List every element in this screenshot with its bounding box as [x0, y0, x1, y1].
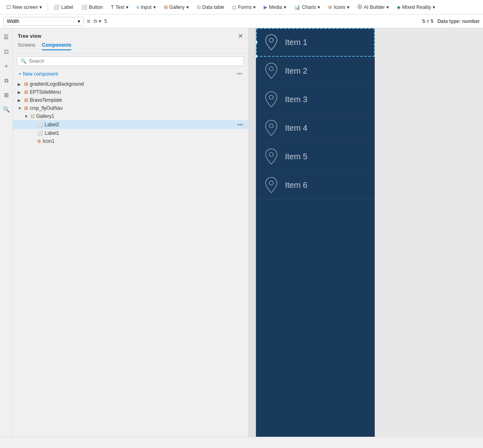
search-input[interactable] [29, 58, 240, 64]
gallery-button[interactable]: ⊞ Gallery ▾ [161, 3, 192, 12]
chevron-down-icon-ai: ▾ [386, 4, 389, 10]
expand-icon: ▶ [18, 90, 24, 95]
item-label: gradientLogoBackground [30, 81, 243, 87]
formula-input[interactable] [104, 18, 413, 24]
icons-button[interactable]: ⊛ Icons ▾ [325, 3, 353, 12]
property-label: Width [7, 18, 19, 24]
tree-item-ept[interactable]: ▶ ⊞ EPTSideMenu [13, 88, 248, 96]
gallery-item-5[interactable]: Item 5 [256, 142, 375, 171]
location-pin-3 [264, 91, 279, 108]
selection-handle-bottom-left[interactable] [254, 55, 258, 58]
more-options-icon[interactable]: ••• [237, 71, 242, 77]
text-button[interactable]: T Text ▾ [107, 3, 131, 12]
chevron-down-icon-input: ▾ [153, 4, 156, 10]
item-label: cmp_flyOutNav [30, 105, 243, 111]
input-button[interactable]: ≡ Input ▾ [133, 3, 159, 12]
svg-point-4 [269, 152, 273, 156]
more-options-button[interactable]: ••• [237, 121, 243, 128]
data-table-button[interactable]: ⊟ Data table [194, 3, 228, 12]
location-pin-4 [264, 119, 279, 136]
item-2-label: Item 2 [285, 66, 308, 76]
component-icon: ⊞ [24, 81, 28, 87]
formula-bar: Width ▾ = fx ▾ 5 = 5 Data type: number [0, 14, 483, 28]
item-3-label: Item 3 [285, 95, 308, 104]
tree-item-label2[interactable]: ⬜ Label2 ••• [13, 120, 248, 129]
canvas-ruler-left [248, 28, 256, 437]
charts-button[interactable]: 📊 Charts ▾ [291, 3, 323, 12]
gallery-item-2[interactable]: Item 2 [256, 57, 375, 85]
item-4-label: Item 4 [285, 123, 308, 133]
sidebar-icon-layers[interactable]: ⧉ [1, 75, 12, 86]
icon-icon: ⊛ [37, 138, 41, 144]
item-6-label: Item 6 [285, 181, 308, 190]
item-label: Label2 [45, 122, 237, 127]
charts-icon: 📊 [294, 4, 300, 10]
gallery-icon: ⊞ [164, 4, 168, 10]
tab-screens[interactable]: Screens [18, 42, 35, 50]
sidebar-icon-search[interactable]: 🔍 [1, 104, 12, 115]
plus-icon: + [19, 71, 21, 77]
ai-builder-button[interactable]: ⓑ AI Builder ▾ [354, 2, 392, 12]
gallery-item-6[interactable]: Item 6 [256, 171, 375, 199]
media-icon: ▶ [264, 4, 267, 10]
location-pin-6 [264, 177, 279, 193]
property-selector[interactable]: Width ▾ [3, 17, 84, 26]
tree-item-bravo[interactable]: ▶ ⊞ BravoTemplate [13, 96, 248, 104]
label-button[interactable]: ⬜ Label [50, 3, 76, 12]
status-bar [0, 437, 483, 448]
label-icon: ⬜ [37, 130, 43, 136]
chevron-down-icon: ▾ [39, 4, 42, 10]
icons-icon: ⊛ [328, 4, 332, 10]
location-pin-2 [264, 62, 279, 79]
canvas-area[interactable]: Item 1 Item 2 [248, 28, 483, 437]
chevron-down-icon-property: ▾ [78, 18, 80, 24]
tree-item-label1[interactable]: ⬜ Label1 [13, 129, 248, 137]
mixed-reality-icon: ◈ [397, 4, 400, 10]
tree-item-cmp[interactable]: ▼ ⊞ cmp_flyOutNav [13, 104, 248, 112]
tree-items: ▶ ⊞ gradientLogoBackground ▶ ⊞ EPTSideMe… [13, 80, 248, 437]
ai-builder-icon: ⓑ [357, 4, 362, 10]
forms-button[interactable]: ◻ Forms ▾ [229, 3, 259, 12]
gallery-item-4[interactable]: Item 4 [256, 114, 375, 142]
gallery-container[interactable]: Item 1 Item 2 [256, 28, 375, 437]
button-button[interactable]: ⬜ Button [78, 3, 106, 12]
item-label: Icon1 [43, 138, 243, 144]
new-screen-button[interactable]: ☐ New screen ▾ [3, 3, 45, 12]
chevron-down-icon-media: ▾ [284, 4, 286, 10]
sidebar-icon-menu[interactable]: ☰ [1, 31, 12, 43]
chevron-down-icon-text: ▾ [126, 4, 128, 10]
gallery-item-3[interactable]: Item 3 [256, 85, 375, 114]
divider [47, 3, 48, 11]
item-label: Label1 [45, 130, 243, 136]
tree-item-gradient[interactable]: ▶ ⊞ gradientLogoBackground [13, 80, 248, 88]
item-5-label: Item 5 [285, 152, 308, 161]
tree-title: Tree view [18, 33, 41, 39]
tree-close-button[interactable]: ✕ [238, 32, 243, 40]
sidebar-icon-plus[interactable]: + [1, 60, 12, 72]
expand-icon: ▶ [18, 82, 24, 86]
sidebar-icon-components[interactable]: ⊞ [1, 89, 12, 101]
sidebar-icon-screens[interactable]: ⊡ [1, 46, 12, 57]
tree-item-icon1[interactable]: ⊛ Icon1 [13, 137, 248, 145]
tree-item-gallery1[interactable]: ▼ ⊡ Gallery1 [13, 112, 248, 120]
tab-components[interactable]: Components [42, 42, 71, 50]
item-label: BravoTemplate [30, 97, 243, 103]
new-component-button[interactable]: + New component [19, 71, 58, 77]
svg-point-1 [269, 67, 273, 71]
gallery-item-1[interactable]: Item 1 [256, 28, 375, 57]
chevron-down-icon-forms: ▾ [253, 4, 256, 10]
chevron-down-icon-gallery: ▾ [186, 4, 189, 10]
equals-sign: = [87, 18, 90, 25]
location-pin-5 [264, 148, 279, 165]
label-icon: ⬜ [54, 4, 60, 10]
selection-handle-left[interactable] [254, 41, 258, 44]
media-button[interactable]: ▶ Media ▾ [260, 3, 289, 12]
chevron-down-icon-fx: ▾ [98, 18, 101, 24]
new-component-row: + New component ••• [13, 69, 248, 80]
main-area: ☰ ⊡ + ⧉ ⊞ 🔍 Tree view ✕ Screens Componen… [0, 28, 483, 437]
canvas-content: Item 1 Item 2 [256, 28, 483, 437]
location-pin-1 [264, 34, 279, 51]
mixed-reality-button[interactable]: ◈ Mixed Reality ▾ [394, 3, 438, 12]
expand-icon: ▶ [18, 98, 24, 103]
tree-tabs: Screens Components [13, 42, 248, 53]
